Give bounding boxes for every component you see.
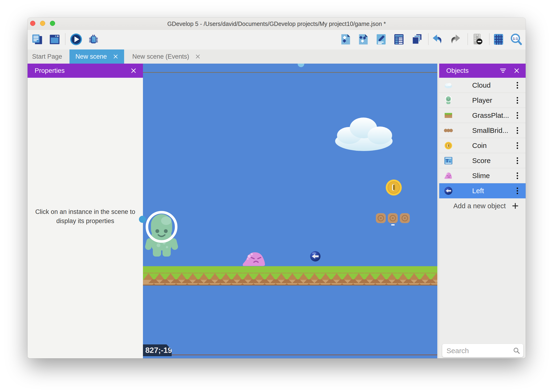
toolbar-separator: [489, 33, 490, 45]
zoom-one-to-one-icon: 1:1: [510, 33, 523, 46]
undo-icon: [431, 33, 444, 45]
object-row-slime[interactable]: Slime: [439, 168, 526, 183]
title-bar: GDevelop 5 - /Users/david/Documents/GDev…: [28, 18, 526, 30]
tab-new-scene-events[interactable]: New scene (Events): [129, 49, 203, 64]
small-bridge-sprite[interactable]: [375, 212, 410, 226]
objects-panel-title: Objects: [446, 67, 469, 74]
kebab-menu-icon[interactable]: [516, 157, 518, 164]
objects-panel-header: Objects: [439, 64, 526, 78]
close-tab-icon[interactable]: [113, 54, 118, 59]
cloud-icon: [444, 81, 453, 90]
object-row-cloud[interactable]: Cloud: [439, 78, 526, 93]
scene-bottom-border-line: [143, 355, 437, 355]
add-new-object-label: Add a new object: [453, 198, 506, 213]
debug-button[interactable]: [87, 33, 100, 46]
tab-label: Start Page: [32, 53, 62, 60]
objects-editor-icon: [340, 33, 352, 45]
properties-hint-text: Click on an instance in the scene to dis…: [31, 207, 140, 226]
layers-icon: [410, 33, 423, 45]
object-row-coin[interactable]: Coin: [439, 138, 526, 153]
slime-sprite[interactable]: [242, 251, 267, 266]
object-row-grassplatform[interactable]: GrassPlat...: [439, 108, 526, 123]
film-mask-remove-icon: [471, 33, 484, 46]
layers-button[interactable]: [410, 33, 423, 46]
score-text-icon: Tx: [444, 156, 453, 165]
tab-label: New scene (Events): [132, 53, 189, 60]
svg-text:1:1: 1:1: [513, 37, 518, 41]
redo-icon: [449, 33, 462, 45]
kebab-menu-icon[interactable]: [516, 127, 518, 134]
kebab-menu-icon[interactable]: [516, 112, 518, 119]
kebab-menu-icon[interactable]: [516, 187, 518, 194]
objects-editor-button[interactable]: [340, 33, 352, 46]
object-label: Player: [472, 93, 492, 108]
filter-objects-icon[interactable]: [500, 68, 506, 73]
cursor-coordinates-label: 827;-19: [143, 344, 172, 356]
project-manager-button[interactable]: [31, 33, 44, 46]
scene-canvas[interactable]: 827;-19: [143, 64, 437, 358]
kebab-menu-icon[interactable]: [516, 97, 518, 104]
play-preview-button[interactable]: [70, 33, 83, 46]
svg-text:T: T: [446, 159, 448, 163]
small-bridge-icon: [444, 126, 453, 135]
slime-icon: [444, 171, 453, 180]
objects-search-box: [442, 344, 523, 357]
properties-panel: Properties Click on an instance in the s…: [28, 64, 143, 358]
main-toolbar: 1:1: [28, 30, 526, 49]
instances-list-button[interactable]: [393, 33, 405, 46]
zoom-one-to-one-button[interactable]: 1:1: [510, 33, 523, 46]
add-new-object-row[interactable]: Add a new object: [439, 198, 526, 213]
open-scene-button[interactable]: [48, 33, 61, 46]
object-groups-icon: [358, 33, 370, 45]
toggle-mask-button[interactable]: [471, 33, 484, 46]
object-label: Coin: [472, 138, 487, 153]
toolbar-separator: [468, 33, 468, 45]
grass-platform-sprite[interactable]: [143, 266, 437, 286]
window-title: GDevelop 5 - /Users/david/Documents/GDev…: [28, 21, 526, 27]
project-manager-icon: [31, 33, 43, 45]
close-properties-icon[interactable]: [131, 68, 136, 73]
redo-button[interactable]: [449, 33, 462, 46]
tab-label: New scene: [75, 53, 107, 60]
object-row-left[interactable]: Left: [439, 183, 526, 198]
properties-panel-title: Properties: [34, 67, 65, 74]
plus-icon[interactable]: [511, 202, 519, 211]
grid-button[interactable]: [492, 33, 505, 46]
kebab-menu-icon[interactable]: [516, 82, 518, 89]
close-tab-icon[interactable]: [195, 54, 200, 59]
tab-new-scene[interactable]: New scene: [69, 49, 124, 64]
close-objects-icon[interactable]: [514, 68, 519, 73]
object-label: Score: [472, 153, 490, 168]
left-arrow-ball-icon: [444, 186, 453, 195]
editor-content: Properties Click on an instance in the s…: [28, 64, 526, 358]
object-label: SmallBrid...: [472, 123, 508, 138]
object-label: Cloud: [472, 78, 490, 93]
instances-list-icon: [393, 33, 405, 45]
coin-sprite[interactable]: [385, 179, 402, 196]
object-row-score[interactable]: Tx Score: [439, 153, 526, 168]
tab-start-page[interactable]: Start Page: [31, 49, 64, 64]
search-icon: [513, 347, 520, 355]
properties-button[interactable]: [375, 33, 388, 46]
search-input[interactable]: [446, 345, 511, 356]
grid-icon: [492, 33, 505, 46]
scene-top-border-line: [143, 72, 437, 73]
object-groups-button[interactable]: [357, 33, 370, 46]
editor-tab-bar: Start Page New scene New scene (Events): [28, 49, 526, 64]
properties-panel-header: Properties: [28, 64, 143, 78]
objects-panel: Objects Cloud: [439, 64, 526, 358]
debug-bug-icon: [87, 33, 100, 45]
left-button-sprite[interactable]: [310, 251, 321, 262]
player-sprite[interactable]: [144, 210, 179, 258]
handle-dot-left[interactable]: [139, 216, 146, 223]
object-row-player[interactable]: Player: [439, 93, 526, 108]
toolbar-separator: [65, 33, 65, 45]
object-row-smallbridge[interactable]: SmallBrid...: [439, 123, 526, 138]
kebab-menu-icon[interactable]: [516, 142, 518, 149]
handle-dot-top[interactable]: [298, 64, 304, 67]
kebab-menu-icon[interactable]: [516, 172, 518, 179]
play-icon: [70, 33, 83, 46]
object-label: Left: [472, 183, 484, 198]
cloud-sprite[interactable]: [333, 115, 394, 152]
undo-button[interactable]: [431, 33, 444, 46]
